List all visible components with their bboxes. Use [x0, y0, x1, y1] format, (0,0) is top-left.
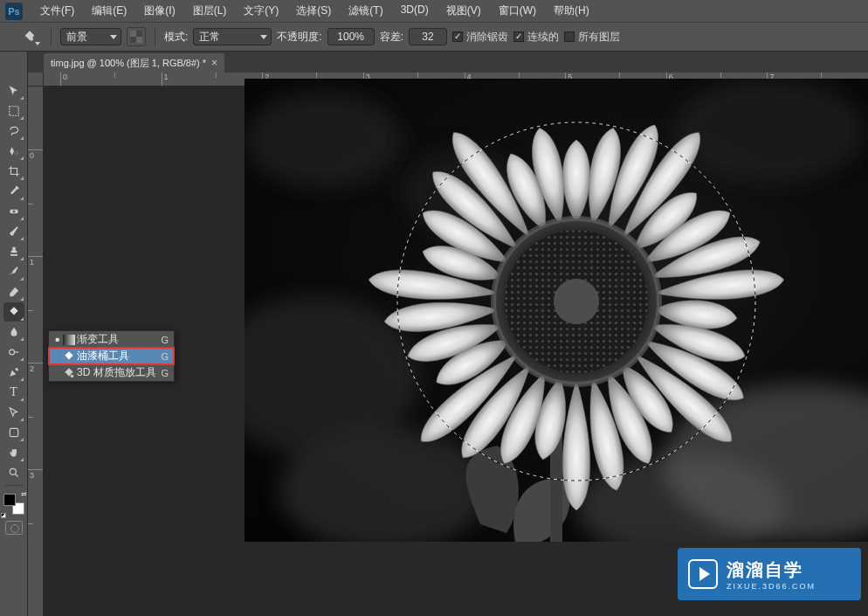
menu-item[interactable]: 帮助(H) — [545, 3, 598, 18]
shape-tool[interactable] — [3, 423, 24, 442]
selected-dot-icon: ■ — [54, 336, 61, 343]
gradient-icon — [61, 335, 77, 345]
paint-bucket-icon — [61, 350, 77, 363]
tools-panel: T ⇄ — [0, 52, 28, 616]
opacity-input[interactable]: 100% — [327, 28, 375, 45]
move-tool[interactable] — [3, 81, 24, 100]
canvas-image[interactable] — [245, 79, 868, 542]
default-colors-icon[interactable] — [1, 513, 6, 518]
flyout-item-label: 渐变工具 — [77, 332, 161, 347]
flyout-item-key: G — [161, 351, 169, 362]
svg-rect-1 — [130, 31, 136, 37]
watermark-badge: 溜溜自学 ZIXUE.3D66.COM — [678, 548, 861, 600]
flyout-item-key: G — [161, 335, 169, 345]
document-tab-strip: timg.jpg @ 100% (图层 1, RGB/8#) * × — [28, 52, 868, 73]
menu-bar: Ps 文件(F)编辑(E)图像(I)图层(L)文字(Y)选择(S)滤镜(T)3D… — [0, 0, 868, 22]
flyout-item-key: G — [161, 368, 169, 378]
ruler-tick: 1 — [28, 256, 44, 363]
history-brush-tool[interactable] — [3, 262, 24, 281]
hand-tool[interactable] — [3, 443, 24, 462]
svg-rect-3 — [9, 107, 18, 116]
svg-point-24 — [554, 279, 599, 324]
watermark-subtitle: ZIXUE.3D66.COM — [727, 582, 816, 591]
healing-tool[interactable] — [3, 202, 24, 221]
menu-item[interactable]: 选择(S) — [287, 3, 340, 18]
menu-item[interactable]: 编辑(E) — [83, 3, 135, 18]
menu-item[interactable]: 图层(L) — [184, 3, 236, 18]
brush-tool[interactable] — [3, 222, 24, 241]
menu-item[interactable]: 文件(F) — [31, 3, 83, 18]
antialias-checkbox[interactable]: 消除锯齿 — [452, 30, 508, 45]
flyout-item-paint-bucket[interactable]: 油漆桶工具 G — [49, 348, 174, 364]
swap-colors-icon[interactable]: ⇄ — [21, 490, 27, 498]
all-layers-checkbox[interactable]: 所有图层 — [564, 30, 620, 45]
crop-tool[interactable] — [3, 162, 24, 181]
svg-rect-2 — [136, 37, 142, 43]
tolerance-label: 容差: — [380, 30, 403, 45]
foreground-color[interactable] — [3, 494, 16, 506]
watermark-title: 溜溜自学 — [727, 558, 816, 582]
ruler-tick: 2 — [28, 363, 44, 469]
pattern-picker[interactable] — [127, 27, 146, 46]
ruler-tick: 3 — [28, 469, 44, 576]
svg-rect-6 — [12, 211, 14, 212]
ruler-tick: 0 — [60, 73, 162, 87]
material-drop-icon — [61, 367, 77, 379]
menu-item[interactable]: 滤镜(T) — [340, 3, 391, 18]
paint-bucket-tool[interactable] — [3, 302, 24, 322]
pattern-icon — [130, 31, 142, 43]
svg-rect-8 — [10, 428, 17, 436]
close-tab-icon[interactable]: × — [211, 57, 217, 69]
current-tool-indicator[interactable] — [17, 26, 42, 47]
ruler-tick: 0 — [28, 149, 44, 256]
marquee-tool[interactable] — [3, 101, 24, 121]
document-tab[interactable]: timg.jpg @ 100% (图层 1, RGB/8#) * × — [44, 53, 224, 73]
stamp-tool[interactable] — [3, 242, 24, 261]
contiguous-checkbox[interactable]: 连续的 — [513, 30, 559, 45]
menu-item[interactable]: 文字(Y) — [235, 3, 287, 18]
quick-select-tool[interactable] — [3, 142, 24, 161]
ps-logo-icon: Ps — [5, 3, 23, 20]
lasso-tool[interactable] — [3, 121, 24, 141]
document-tab-title: timg.jpg @ 100% (图层 1, RGB/8#) * — [51, 57, 206, 70]
mode-label: 模式: — [164, 30, 188, 45]
svg-point-28 — [71, 374, 74, 377]
type-tool[interactable]: T — [3, 383, 24, 402]
menu-item[interactable]: 3D(D) — [392, 3, 437, 18]
menu-item[interactable]: 图像(I) — [135, 3, 183, 18]
eraser-tool[interactable] — [3, 282, 24, 301]
opacity-label: 不透明度: — [277, 30, 321, 45]
dodge-tool[interactable] — [3, 343, 24, 362]
mode-select[interactable]: 正常 — [193, 28, 272, 45]
play-icon — [688, 559, 718, 589]
flyout-item-3d-material[interactable]: 3D 材质拖放工具 G — [49, 364, 174, 381]
blur-tool[interactable] — [3, 322, 24, 342]
pen-tool[interactable] — [3, 363, 24, 382]
zoom-tool[interactable] — [3, 463, 24, 482]
flyout-item-label: 3D 材质拖放工具 — [77, 365, 161, 380]
ruler-corner[interactable] — [28, 73, 44, 87]
svg-point-15 — [672, 79, 865, 183]
path-select-tool[interactable] — [3, 403, 24, 422]
svg-point-4 — [14, 152, 17, 156]
tolerance-input[interactable]: 32 — [409, 28, 447, 45]
color-swatches[interactable]: ⇄ — [3, 494, 24, 515]
tool-flyout-menu: ■ 渐变工具 G 油漆桶工具 G 3D 材质拖放工具 G — [48, 330, 175, 382]
fill-source-select[interactable]: 前景 — [60, 28, 121, 45]
svg-rect-27 — [63, 335, 75, 345]
svg-point-9 — [10, 468, 16, 474]
flyout-item-gradient[interactable]: ■ 渐变工具 G — [49, 331, 174, 348]
menu-item[interactable]: 视图(V) — [437, 3, 490, 18]
menu-item[interactable]: 窗口(W) — [490, 3, 545, 18]
options-bar: 前景 模式: 正常 不透明度: 100% 容差: 32 消除锯齿 连续的 所有图… — [0, 22, 868, 52]
svg-point-7 — [9, 350, 14, 355]
svg-point-13 — [245, 92, 402, 188]
vertical-ruler[interactable]: 0123 — [28, 87, 44, 616]
eyedropper-tool[interactable] — [3, 182, 24, 201]
flyout-item-label: 油漆桶工具 — [77, 349, 161, 363]
quick-mask-button[interactable] — [5, 521, 23, 535]
